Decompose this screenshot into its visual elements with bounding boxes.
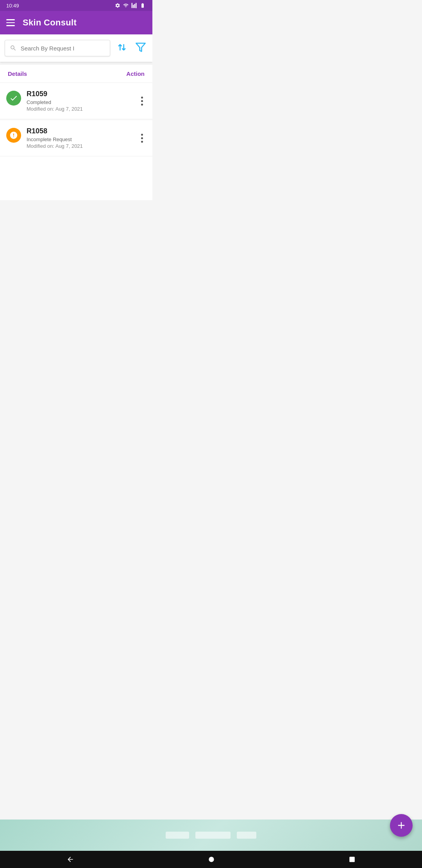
svg-marker-0 xyxy=(136,43,145,52)
search-input[interactable] xyxy=(21,45,105,52)
status-icons xyxy=(115,3,146,8)
sort-icon xyxy=(116,42,127,53)
status-bar: 10:49 xyxy=(0,0,152,11)
search-icon xyxy=(10,44,17,52)
table-header-action: Action xyxy=(126,70,145,77)
request-menu-button[interactable] xyxy=(138,95,146,107)
card-content-r1058: R1058 Incomplete Request Modified on: Au… xyxy=(27,127,132,149)
incomplete-icon xyxy=(6,128,21,143)
completed-icon xyxy=(6,91,21,106)
menu-button[interactable] xyxy=(6,19,15,26)
request-modified: Modified on: Aug 7, 2021 xyxy=(27,143,132,149)
request-menu-button[interactable] xyxy=(138,132,146,144)
request-modified: Modified on: Aug 7, 2021 xyxy=(27,106,132,112)
table-header: Details Action xyxy=(0,65,152,83)
status-time: 10:49 xyxy=(6,3,19,9)
sort-button[interactable] xyxy=(115,40,129,56)
request-id: R1059 xyxy=(27,90,132,98)
signal-icon xyxy=(131,3,137,8)
request-id: R1058 xyxy=(27,127,132,135)
card-content-r1059: R1059 Completed Modified on: Aug 7, 2021 xyxy=(27,90,132,112)
wifi-icon xyxy=(123,3,129,8)
search-area xyxy=(0,34,152,62)
settings-icon xyxy=(115,3,120,8)
request-status: Completed xyxy=(27,99,132,105)
table-header-details: Details xyxy=(8,70,27,77)
request-status: Incomplete Request xyxy=(27,136,132,142)
requests-list: R1059 Completed Modified on: Aug 7, 2021… xyxy=(0,83,152,200)
battery-icon xyxy=(139,3,146,8)
check-icon xyxy=(9,94,18,102)
app-bar: Skin Consult xyxy=(0,11,152,34)
app-title: Skin Consult xyxy=(23,18,77,28)
table-row[interactable]: R1059 Completed Modified on: Aug 7, 2021 xyxy=(0,83,152,119)
filter-icon xyxy=(135,42,146,53)
warning-icon xyxy=(9,131,18,140)
filter-button[interactable] xyxy=(134,40,148,56)
search-box[interactable] xyxy=(5,40,110,56)
table-row[interactable]: R1058 Incomplete Request Modified on: Au… xyxy=(0,120,152,156)
